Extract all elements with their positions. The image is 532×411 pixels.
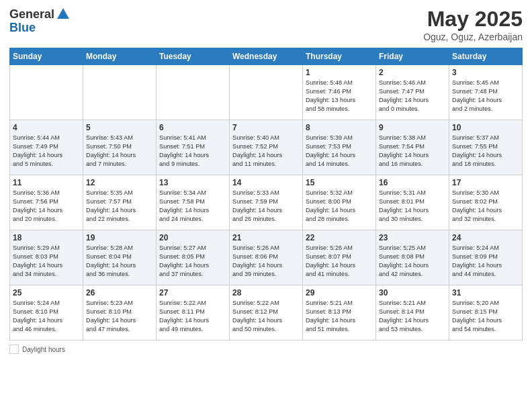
day-info: Sunrise: 5:44 AM Sunset: 7:49 PM Dayligh… (13, 134, 80, 169)
calendar-cell: 6Sunrise: 5:41 AM Sunset: 7:51 PM Daylig… (157, 120, 230, 175)
day-info: Sunrise: 5:36 AM Sunset: 7:56 PM Dayligh… (13, 189, 80, 224)
calendar-cell: 4Sunrise: 5:44 AM Sunset: 7:49 PM Daylig… (10, 120, 83, 175)
day-number: 23 (379, 233, 446, 242)
logo: General Blue (9, 7, 71, 34)
weekday-header-tuesday: Tuesday (157, 48, 230, 65)
day-number: 19 (86, 233, 153, 242)
calendar-cell: 23Sunrise: 5:25 AM Sunset: 8:08 PM Dayli… (376, 230, 449, 285)
weekday-header-thursday: Thursday (303, 48, 376, 65)
calendar-cell: 22Sunrise: 5:26 AM Sunset: 8:07 PM Dayli… (303, 230, 376, 285)
weekday-header-sunday: Sunday (10, 48, 83, 65)
day-info: Sunrise: 5:45 AM Sunset: 7:48 PM Dayligh… (452, 79, 519, 113)
day-number: 24 (452, 233, 519, 242)
day-info: Sunrise: 5:21 AM Sunset: 8:14 PM Dayligh… (379, 299, 446, 334)
day-number: 12 (86, 178, 153, 187)
calendar-cell: 7Sunrise: 5:40 AM Sunset: 7:52 PM Daylig… (230, 120, 303, 175)
day-info: Sunrise: 5:32 AM Sunset: 8:00 PM Dayligh… (306, 189, 373, 224)
day-number: 16 (379, 178, 446, 187)
day-info: Sunrise: 5:27 AM Sunset: 8:05 PM Dayligh… (159, 244, 226, 279)
calendar-cell: 20Sunrise: 5:27 AM Sunset: 8:05 PM Dayli… (157, 230, 230, 285)
day-number: 20 (159, 233, 226, 242)
week-row-2: 11Sunrise: 5:36 AM Sunset: 7:56 PM Dayli… (10, 175, 523, 230)
calendar-cell: 2Sunrise: 5:46 AM Sunset: 7:47 PM Daylig… (376, 65, 449, 120)
title-location: Oguz, Oguz, Azerbaijan (423, 32, 523, 42)
calendar-cell (157, 65, 230, 120)
daylight-label: Daylight hours (22, 346, 65, 353)
calendar-cell: 15Sunrise: 5:32 AM Sunset: 8:00 PM Dayli… (303, 175, 376, 230)
calendar-cell: 19Sunrise: 5:28 AM Sunset: 8:04 PM Dayli… (83, 230, 157, 285)
day-number: 11 (13, 178, 80, 187)
day-info: Sunrise: 5:24 AM Sunset: 8:09 PM Dayligh… (452, 244, 519, 279)
week-row-1: 4Sunrise: 5:44 AM Sunset: 7:49 PM Daylig… (10, 120, 523, 175)
day-info: Sunrise: 5:38 AM Sunset: 7:54 PM Dayligh… (379, 134, 446, 169)
day-number: 28 (232, 288, 300, 298)
day-number: 5 (86, 123, 153, 132)
calendar-table: SundayMondayTuesdayWednesdayThursdayFrid… (9, 48, 523, 340)
day-info: Sunrise: 5:24 AM Sunset: 8:10 PM Dayligh… (13, 299, 80, 334)
week-row-0: 1Sunrise: 5:48 AM Sunset: 7:46 PM Daylig… (10, 65, 523, 120)
day-number: 7 (232, 123, 300, 132)
day-number: 27 (159, 288, 226, 298)
footer: Daylight hours (9, 345, 523, 354)
calendar-cell: 11Sunrise: 5:36 AM Sunset: 7:56 PM Dayli… (10, 175, 83, 230)
calendar-cell: 25Sunrise: 5:24 AM Sunset: 8:10 PM Dayli… (10, 285, 83, 340)
logo-icon (56, 7, 71, 21)
day-info: Sunrise: 5:30 AM Sunset: 8:02 PM Dayligh… (452, 189, 519, 224)
day-info: Sunrise: 5:26 AM Sunset: 8:07 PM Dayligh… (306, 244, 373, 279)
calendar-cell: 1Sunrise: 5:48 AM Sunset: 7:46 PM Daylig… (303, 65, 376, 120)
day-number: 1 (306, 68, 373, 77)
day-info: Sunrise: 5:33 AM Sunset: 7:59 PM Dayligh… (232, 189, 300, 224)
logo-general: General (9, 8, 54, 20)
calendar-cell: 26Sunrise: 5:23 AM Sunset: 8:10 PM Dayli… (83, 285, 157, 340)
calendar-cell: 14Sunrise: 5:33 AM Sunset: 7:59 PM Dayli… (230, 175, 303, 230)
calendar-cell: 28Sunrise: 5:22 AM Sunset: 8:12 PM Dayli… (230, 285, 303, 340)
calendar-cell: 13Sunrise: 5:34 AM Sunset: 7:58 PM Dayli… (157, 175, 230, 230)
day-number: 14 (232, 178, 300, 187)
day-number: 13 (159, 178, 226, 187)
week-row-4: 25Sunrise: 5:24 AM Sunset: 8:10 PM Dayli… (10, 285, 523, 340)
calendar-cell: 27Sunrise: 5:22 AM Sunset: 8:11 PM Dayli… (157, 285, 230, 340)
calendar-cell (10, 65, 83, 120)
calendar-cell: 29Sunrise: 5:21 AM Sunset: 8:13 PM Dayli… (303, 285, 376, 340)
calendar-cell: 18Sunrise: 5:29 AM Sunset: 8:03 PM Dayli… (10, 230, 83, 285)
day-info: Sunrise: 5:22 AM Sunset: 8:12 PM Dayligh… (232, 299, 300, 334)
calendar-cell: 9Sunrise: 5:38 AM Sunset: 7:54 PM Daylig… (376, 120, 449, 175)
calendar-cell: 17Sunrise: 5:30 AM Sunset: 8:02 PM Dayli… (449, 175, 523, 230)
day-info: Sunrise: 5:20 AM Sunset: 8:15 PM Dayligh… (452, 299, 519, 334)
day-info: Sunrise: 5:46 AM Sunset: 7:47 PM Dayligh… (379, 79, 446, 113)
weekday-header-friday: Friday (376, 48, 449, 65)
logo-blue: Blue (9, 21, 71, 34)
day-number: 3 (452, 68, 519, 77)
day-info: Sunrise: 5:21 AM Sunset: 8:13 PM Dayligh… (306, 299, 373, 334)
calendar-cell: 5Sunrise: 5:43 AM Sunset: 7:50 PM Daylig… (83, 120, 157, 175)
day-info: Sunrise: 5:23 AM Sunset: 8:10 PM Dayligh… (86, 299, 153, 334)
weekday-header-wednesday: Wednesday (230, 48, 303, 65)
day-number: 30 (379, 288, 446, 298)
day-number: 31 (452, 288, 519, 298)
calendar-cell (230, 65, 303, 120)
page: General Blue May 2025 Oguz, Oguz, Azerba… (0, 0, 532, 411)
day-number: 6 (159, 123, 226, 132)
weekday-header-saturday: Saturday (449, 48, 523, 65)
calendar-cell: 30Sunrise: 5:21 AM Sunset: 8:14 PM Dayli… (376, 285, 449, 340)
day-number: 22 (306, 233, 373, 242)
calendar-cell: 12Sunrise: 5:35 AM Sunset: 7:57 PM Dayli… (83, 175, 157, 230)
calendar-cell: 10Sunrise: 5:37 AM Sunset: 7:55 PM Dayli… (449, 120, 523, 175)
day-info: Sunrise: 5:22 AM Sunset: 8:11 PM Dayligh… (159, 299, 226, 334)
day-number: 17 (452, 178, 519, 187)
calendar-cell: 3Sunrise: 5:45 AM Sunset: 7:48 PM Daylig… (449, 65, 523, 120)
title-month: May 2025 (423, 7, 523, 32)
day-info: Sunrise: 5:39 AM Sunset: 7:53 PM Dayligh… (306, 134, 373, 169)
calendar-cell: 24Sunrise: 5:24 AM Sunset: 8:09 PM Dayli… (449, 230, 523, 285)
day-number: 25 (13, 288, 80, 298)
day-info: Sunrise: 5:37 AM Sunset: 7:55 PM Dayligh… (452, 134, 519, 169)
day-info: Sunrise: 5:25 AM Sunset: 8:08 PM Dayligh… (379, 244, 446, 279)
calendar-cell: 16Sunrise: 5:31 AM Sunset: 8:01 PM Dayli… (376, 175, 449, 230)
header: General Blue May 2025 Oguz, Oguz, Azerba… (9, 7, 523, 42)
day-info: Sunrise: 5:48 AM Sunset: 7:46 PM Dayligh… (306, 79, 373, 113)
calendar-cell: 8Sunrise: 5:39 AM Sunset: 7:53 PM Daylig… (303, 120, 376, 175)
day-number: 2 (379, 68, 446, 77)
calendar-cell: 31Sunrise: 5:20 AM Sunset: 8:15 PM Dayli… (449, 285, 523, 340)
day-info: Sunrise: 5:26 AM Sunset: 8:06 PM Dayligh… (232, 244, 300, 279)
day-number: 8 (306, 123, 373, 132)
